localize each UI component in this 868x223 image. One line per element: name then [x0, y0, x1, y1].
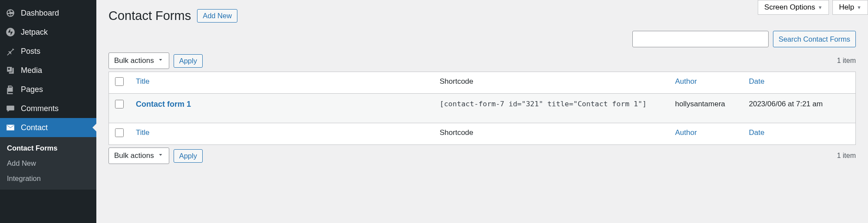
- menu-item-comments[interactable]: Comments: [0, 99, 96, 118]
- search-button[interactable]: Search Contact Forms: [773, 31, 856, 47]
- jetpack-icon: [5, 27, 16, 37]
- menu-label: Jetpack: [21, 28, 48, 37]
- triangle-down-icon: ▼: [818, 5, 822, 10]
- select-all-checkbox-bottom[interactable]: [115, 128, 124, 137]
- help-label: Help: [839, 3, 854, 12]
- column-title-sort[interactable]: Title: [136, 77, 150, 85]
- screen-options-button[interactable]: Screen Options ▼: [758, 0, 829, 15]
- menu-item-jetpack[interactable]: Jetpack: [0, 23, 96, 42]
- column-shortcode: Shortcode: [440, 77, 473, 85]
- admin-sidebar: Dashboard Jetpack Posts Media Pages Comm…: [0, 0, 96, 223]
- tablenav-top: Bulk actions Apply 1 item: [108, 52, 856, 69]
- menu-label: Contact: [21, 123, 48, 132]
- page-title-row: Contact Forms Add New: [108, 9, 856, 23]
- select-all-checkbox[interactable]: [115, 77, 124, 86]
- menu-label: Dashboard: [21, 9, 59, 18]
- submenu-item-add-new[interactable]: Add New: [0, 156, 96, 171]
- menu-label: Pages: [21, 85, 43, 94]
- menu-item-contact[interactable]: Contact: [0, 118, 96, 137]
- bulk-actions-select[interactable]: Bulk actions: [108, 52, 169, 69]
- column-date-sort-bottom[interactable]: Date: [749, 128, 765, 137]
- menu-item-media[interactable]: Media: [0, 61, 96, 80]
- column-author-sort-bottom[interactable]: Author: [675, 128, 697, 137]
- chevron-down-icon: [158, 56, 164, 65]
- tablenav-left: Bulk actions Apply: [108, 52, 203, 69]
- submenu-item-integration[interactable]: Integration: [0, 171, 96, 186]
- search-input[interactable]: [632, 31, 769, 47]
- apply-button-top[interactable]: Apply: [174, 54, 203, 68]
- page-title: Contact Forms: [108, 9, 191, 23]
- help-button[interactable]: Help ▼: [832, 0, 868, 15]
- submenu: Contact Forms Add New Integration: [0, 137, 96, 190]
- menu-label: Media: [21, 66, 42, 75]
- search-row: Search Contact Forms: [108, 31, 856, 47]
- column-shortcode-bottom: Shortcode: [440, 128, 473, 137]
- top-controls: Screen Options ▼ Help ▼: [758, 0, 868, 15]
- column-date-sort[interactable]: Date: [749, 77, 765, 85]
- menu-item-posts[interactable]: Posts: [0, 42, 96, 61]
- row-title-link[interactable]: Contact form 1: [136, 100, 191, 108]
- item-count-bottom: 1 item: [837, 152, 856, 160]
- table-row: Contact form 1 [contact-form-7 id="321" …: [109, 94, 856, 123]
- row-author: hollysantamera: [675, 100, 725, 108]
- column-author-sort[interactable]: Author: [675, 77, 697, 85]
- menu-label: Posts: [21, 47, 40, 56]
- pin-icon: [5, 46, 16, 56]
- main-content: Screen Options ▼ Help ▼ Contact Forms Ad…: [96, 0, 868, 223]
- row-shortcode[interactable]: [contact-form-7 id="321" title="Contact …: [440, 100, 647, 108]
- submenu-item-contact-forms[interactable]: Contact Forms: [0, 141, 96, 156]
- menu-label: Comments: [21, 104, 59, 113]
- chevron-down-icon: [158, 151, 164, 160]
- row-date: 2023/06/06 at 7:21 am: [749, 100, 823, 108]
- apply-button-bottom[interactable]: Apply: [174, 149, 203, 163]
- bulk-actions-select-bottom[interactable]: Bulk actions: [108, 148, 169, 164]
- dashboard-icon: [5, 8, 16, 18]
- bulk-actions-label: Bulk actions: [114, 56, 154, 65]
- svg-point-0: [6, 28, 15, 36]
- column-title-sort-bottom[interactable]: Title: [136, 128, 150, 137]
- contact-forms-table: Title Shortcode Author Date Contact form…: [108, 72, 856, 145]
- tablenav-bottom: Bulk actions Apply 1 item: [108, 148, 856, 164]
- item-count-top: 1 item: [837, 57, 856, 65]
- bulk-actions-label-bottom: Bulk actions: [114, 151, 154, 160]
- pages-icon: [5, 84, 16, 95]
- screen-options-label: Screen Options: [764, 3, 815, 12]
- row-checkbox[interactable]: [115, 100, 124, 108]
- triangle-down-icon: ▼: [857, 5, 861, 10]
- add-new-button[interactable]: Add New: [197, 9, 237, 23]
- tablenav-left-bottom: Bulk actions Apply: [108, 148, 203, 164]
- comments-icon: [5, 103, 16, 114]
- media-icon: [5, 65, 16, 75]
- menu-item-pages[interactable]: Pages: [0, 80, 96, 99]
- menu-item-dashboard[interactable]: Dashboard: [0, 3, 96, 23]
- mail-icon: [5, 122, 16, 133]
